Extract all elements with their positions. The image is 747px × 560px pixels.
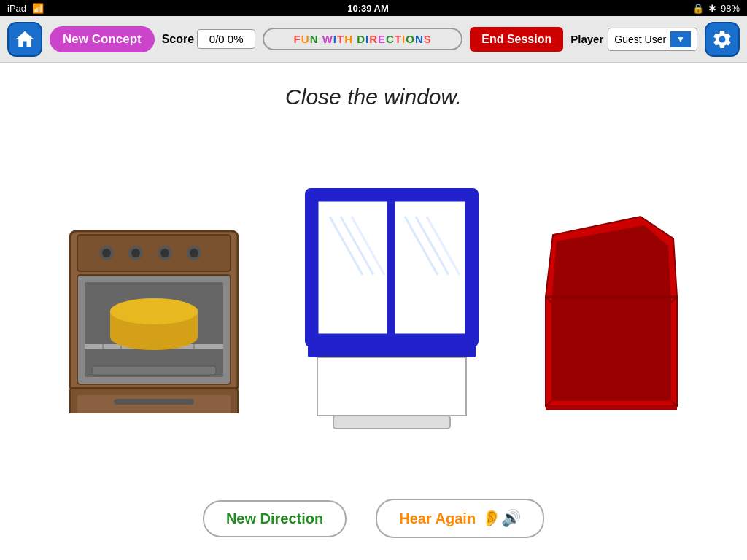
app-title: FUN WITH DIRECTIONS bbox=[263, 28, 462, 50]
status-time: 10:39 AM bbox=[347, 3, 389, 14]
svg-rect-22 bbox=[92, 366, 216, 375]
svg-rect-46 bbox=[546, 406, 677, 410]
score-area: Score 0/0 0% bbox=[162, 29, 255, 49]
player-dropdown-button[interactable]: ▼ bbox=[670, 31, 691, 47]
oven-image[interactable] bbox=[55, 209, 252, 413]
score-label: Score bbox=[162, 33, 194, 46]
ear-icon: 👂🔊 bbox=[481, 509, 521, 528]
status-bar: iPad 📶 10:39 AM 🔒 ✱ 98% bbox=[0, 0, 747, 16]
player-label: Player bbox=[570, 33, 603, 45]
hear-again-label: Hear Again bbox=[399, 510, 476, 527]
svg-rect-38 bbox=[317, 357, 466, 416]
box-image[interactable] bbox=[531, 209, 692, 413]
battery-level: 98% bbox=[721, 3, 740, 14]
settings-icon bbox=[711, 28, 733, 50]
status-left: iPad 📶 bbox=[7, 3, 44, 14]
wifi-icon: 📶 bbox=[32, 3, 44, 14]
svg-point-7 bbox=[160, 249, 169, 257]
home-icon bbox=[14, 28, 36, 50]
svg-point-5 bbox=[131, 249, 140, 257]
end-session-button[interactable]: End Session bbox=[470, 27, 563, 52]
svg-point-3 bbox=[102, 249, 111, 257]
player-select[interactable]: Guest User ▼ bbox=[608, 28, 697, 51]
svg-rect-41 bbox=[551, 303, 671, 401]
svg-rect-25 bbox=[114, 399, 194, 405]
ipad-label: iPad bbox=[7, 3, 26, 14]
window-svg bbox=[304, 187, 479, 435]
player-area: Player Guest User ▼ bbox=[570, 28, 697, 51]
oven-svg bbox=[55, 209, 252, 413]
new-direction-button[interactable]: New Direction bbox=[203, 500, 347, 537]
main-content: Close the window. bbox=[0, 63, 747, 560]
top-bar: New Concept Score 0/0 0% FUN WITH DIRECT… bbox=[0, 16, 747, 63]
home-button[interactable] bbox=[7, 22, 42, 57]
svg-point-21 bbox=[110, 298, 198, 324]
new-concept-button[interactable]: New Concept bbox=[50, 26, 155, 52]
bluetooth-icon: ✱ bbox=[708, 3, 716, 14]
score-value: 0/0 0% bbox=[197, 29, 255, 49]
images-area bbox=[0, 124, 747, 499]
svg-rect-39 bbox=[333, 416, 450, 429]
status-right: 🔒 ✱ 98% bbox=[692, 3, 740, 14]
svg-rect-37 bbox=[308, 344, 476, 357]
hear-again-button[interactable]: Hear Again 👂🔊 bbox=[376, 499, 544, 538]
window-image[interactable] bbox=[304, 187, 479, 435]
svg-point-9 bbox=[190, 249, 198, 257]
instruction-text: Close the window. bbox=[285, 85, 462, 109]
player-name: Guest User bbox=[614, 34, 666, 45]
settings-button[interactable] bbox=[705, 22, 740, 57]
lock-icon: 🔒 bbox=[692, 3, 704, 14]
bottom-buttons: New Direction Hear Again 👂🔊 bbox=[203, 499, 544, 538]
box-svg bbox=[531, 209, 692, 413]
